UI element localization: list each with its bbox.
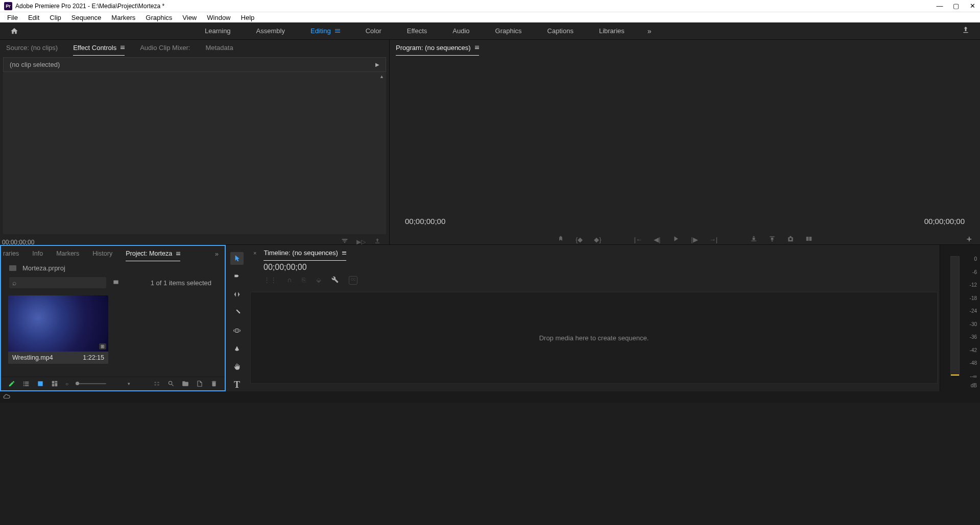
close-panel-icon[interactable]: × [253, 250, 256, 256]
tab-info[interactable]: Info [32, 248, 43, 259]
playhead-icon[interactable]: ▶▷ [356, 238, 366, 245]
menu-help[interactable]: Help [236, 13, 260, 22]
program-panel: Program: (no sequences) 00;00;00;00 00;0… [390, 40, 980, 244]
workspace-assembly[interactable]: Assembly [244, 23, 298, 39]
workspace-menu-icon[interactable] [335, 29, 340, 33]
menu-sequence[interactable]: Sequence [66, 13, 107, 22]
maximize-button[interactable]: ▢ [952, 2, 960, 10]
workspace-editing-label: Editing [310, 27, 331, 35]
sort-icon[interactable] [113, 380, 121, 387]
snap-icon[interactable]: ∩ [287, 276, 292, 285]
workspace-graphics[interactable]: Graphics [483, 23, 535, 39]
project-footer: ○ ▾ [1, 377, 225, 390]
automate-icon[interactable] [153, 380, 160, 387]
export-frame-icon[interactable] [787, 235, 794, 244]
workspace-libraries[interactable]: Libraries [586, 23, 637, 39]
audio-meter-unit: dB [971, 383, 977, 388]
share-button[interactable] [951, 26, 980, 36]
panel-menu-icon[interactable] [176, 252, 180, 255]
cc-icon[interactable]: cc [349, 276, 357, 285]
workspace-effects[interactable]: Effects [394, 23, 440, 39]
comparison-view-icon[interactable] [805, 235, 812, 244]
panel-menu-icon[interactable] [342, 252, 346, 255]
slip-tool[interactable] [230, 324, 244, 337]
expand-icon[interactable]: ▶ [375, 62, 379, 67]
close-button[interactable]: ✕ [969, 2, 976, 10]
tab-timeline[interactable]: Timeline: (no sequences) [264, 247, 346, 259]
delete-icon[interactable] [210, 380, 218, 387]
step-forward-icon[interactable]: |▶ [691, 236, 698, 243]
add-marker-icon[interactable] [557, 235, 564, 244]
mark-in-icon[interactable]: {◆ [576, 236, 583, 243]
new-item-icon[interactable] [196, 380, 203, 387]
lift-icon[interactable] [750, 235, 757, 244]
project-icon [9, 265, 16, 271]
tool-palette: T [226, 245, 248, 391]
menu-view[interactable]: View [177, 13, 202, 22]
go-to-out-icon[interactable]: →| [709, 236, 718, 243]
step-back-icon[interactable]: ◀| [654, 236, 660, 243]
zoom-slider[interactable] [76, 383, 106, 384]
panel-menu-icon[interactable] [475, 46, 479, 49]
icon-view-icon[interactable] [37, 380, 44, 387]
insert-icon[interactable]: ⋮⋮ [264, 276, 277, 285]
minimize-button[interactable]: — [936, 2, 943, 10]
find-icon[interactable] [112, 279, 119, 287]
ripple-edit-tool[interactable] [230, 288, 244, 301]
panel-overflow-icon[interactable]: » [215, 250, 219, 258]
pen-tool[interactable] [230, 342, 244, 355]
go-to-in-icon[interactable]: |← [634, 236, 642, 243]
extract-icon[interactable] [769, 235, 776, 244]
clip-item[interactable]: ⊞ Wrestling.mp4 1:22:15 [8, 295, 108, 364]
tab-effect-controls-label: Effect Controls [73, 44, 116, 52]
mark-out-icon[interactable]: ◆} [594, 236, 601, 243]
menu-clip[interactable]: Clip [44, 13, 66, 22]
menu-window[interactable]: Window [202, 13, 235, 22]
menu-edit[interactable]: Edit [23, 13, 44, 22]
button-editor-icon[interactable]: + [966, 234, 972, 245]
linked-selection-icon[interactable]: ⎘ [302, 276, 306, 285]
tab-markers[interactable]: Markers [56, 248, 79, 259]
tab-history[interactable]: History [92, 248, 112, 259]
menu-file[interactable]: File [2, 13, 23, 22]
workspace-learning[interactable]: Learning [192, 23, 244, 39]
workspace-color[interactable]: Color [353, 23, 394, 39]
tab-source[interactable]: Source: (no clips) [6, 42, 58, 54]
workspace-editing[interactable]: Editing [298, 23, 353, 39]
playback-controls: {◆ ◆} |← ◀| |▶ →| + [390, 228, 980, 247]
marker-icon[interactable]: ⬙ [316, 276, 321, 285]
collapse-up-icon[interactable]: ▲ [379, 74, 384, 79]
tab-effect-controls[interactable]: Effect Controls [73, 42, 125, 54]
timeline-drop-zone[interactable]: Drop media here to create sequence. [250, 292, 938, 384]
settings-icon[interactable] [331, 276, 339, 285]
type-tool[interactable]: T [230, 379, 244, 391]
tab-libraries[interactable]: raries [3, 248, 19, 259]
clips-area[interactable]: ⊞ Wrestling.mp4 1:22:15 [1, 290, 225, 377]
project-panel: raries Info Markers History Project: Mor… [0, 245, 226, 391]
workspace-overflow-button[interactable]: » [637, 27, 662, 35]
freeform-view-icon[interactable] [51, 380, 58, 387]
sort-dropdown-icon[interactable]: ▾ [128, 381, 130, 386]
hand-tool[interactable] [230, 360, 244, 373]
menu-graphics[interactable]: Graphics [140, 13, 177, 22]
tab-metadata[interactable]: Metadata [205, 42, 233, 54]
workspace-captions[interactable]: Captions [535, 23, 586, 39]
razor-tool[interactable] [230, 306, 244, 319]
search-input[interactable] [9, 277, 106, 288]
home-button[interactable] [5, 22, 23, 39]
creative-cloud-icon[interactable] [3, 393, 10, 402]
find-icon[interactable] [168, 380, 175, 387]
writable-icon[interactable] [8, 380, 15, 387]
menu-markers[interactable]: Markers [106, 13, 140, 22]
play-icon[interactable] [672, 235, 680, 244]
new-bin-icon[interactable] [182, 380, 189, 387]
tab-program[interactable]: Program: (no sequences) [396, 42, 479, 54]
selection-tool[interactable] [230, 252, 244, 265]
panel-menu-icon[interactable] [121, 46, 125, 49]
list-view-icon[interactable] [22, 380, 30, 387]
tab-audio-clip-mixer[interactable]: Audio Clip Mixer: [140, 42, 190, 54]
track-select-tool[interactable] [230, 270, 244, 283]
workspace-audio[interactable]: Audio [440, 23, 482, 39]
workspace-bar: Learning Assembly Editing Color Effects … [0, 22, 980, 40]
tab-project[interactable]: Project: Morteza [126, 248, 180, 259]
